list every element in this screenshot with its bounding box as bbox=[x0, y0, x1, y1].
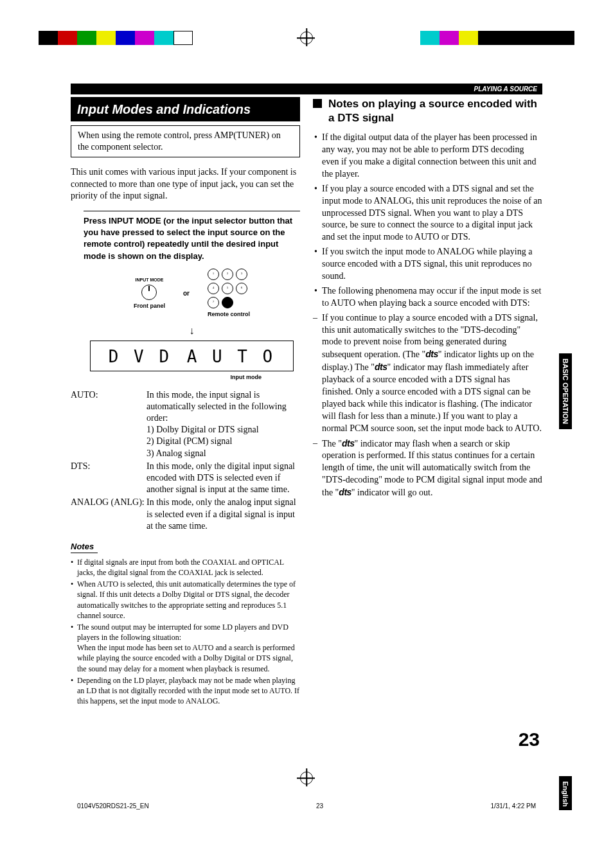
front-panel-label: Front panel bbox=[134, 303, 165, 310]
mode-auto-label: AUTO: bbox=[71, 389, 147, 459]
notes-heading: Notes bbox=[71, 542, 98, 553]
footer-file: 0104V520RDS21-25_EN bbox=[77, 802, 149, 810]
left-column: Input Modes and Indications When using t… bbox=[71, 97, 300, 707]
section-title: Input Modes and Indications bbox=[71, 97, 300, 121]
print-registration-bottom bbox=[0, 772, 613, 784]
input-mode-caption: Input mode bbox=[84, 374, 262, 382]
intro-text: This unit comes with various input jacks… bbox=[71, 166, 300, 202]
mode-definitions: AUTO: In this mode, the input signal is … bbox=[71, 389, 300, 532]
dts-logo-icon: dts bbox=[339, 487, 351, 497]
registration-mark-icon bbox=[300, 772, 313, 784]
right-column: Notes on playing a source encoded with a… bbox=[313, 97, 542, 707]
control-diagram: INPUT MODE Front panel or 123 456 7 Remo… bbox=[84, 269, 300, 319]
remote-control-label: Remote control bbox=[208, 311, 250, 319]
square-bullet-icon bbox=[313, 99, 322, 108]
note-item: If digital signals are input from both t… bbox=[71, 557, 300, 578]
note-item: Depending on the LD player, playback may… bbox=[71, 675, 300, 707]
mode-dts-desc: In this mode, only the digital input sig… bbox=[147, 461, 300, 496]
right-heading: Notes on playing a source encoded with a… bbox=[313, 97, 542, 125]
header-breadcrumb: PLAYING A SOURCE bbox=[71, 84, 542, 94]
note-item: When AUTO is selected, this unit automat… bbox=[71, 579, 300, 621]
notes-list: If digital signals are input from both t… bbox=[71, 557, 300, 707]
list-item: The following phenomena may occur if the… bbox=[313, 285, 542, 310]
dts-logo-icon: dts bbox=[342, 438, 355, 448]
dts-logo-icon: dts bbox=[375, 362, 387, 372]
right-bullet-list: If the digital output data of the player… bbox=[313, 132, 542, 309]
footer-page: 23 bbox=[316, 802, 323, 810]
remote-note-box: When using the remote control, press AMP… bbox=[71, 125, 300, 157]
list-item: The "dts" indicator may flash when a sea… bbox=[313, 438, 542, 499]
mode-auto-desc: In this mode, the input signal is automa… bbox=[147, 390, 287, 423]
instruction-block: Press INPUT MODE (or the input selector … bbox=[84, 211, 300, 382]
mode-analog-desc: In this mode, only the analog input sign… bbox=[147, 497, 300, 532]
mode-dts-label: DTS: bbox=[71, 461, 147, 496]
remote-buttons-icon: 123 456 7 bbox=[208, 269, 250, 308]
footer-date: 1/31/1, 4:22 PM bbox=[490, 802, 536, 810]
arrow-down-icon: ↓ bbox=[84, 324, 300, 338]
or-label: or bbox=[183, 289, 190, 297]
knob-icon bbox=[141, 285, 157, 300]
instruction-text: Press INPUT MODE (or the input selector … bbox=[84, 215, 300, 262]
list-item: If you switch the input mode to ANALOG w… bbox=[313, 246, 542, 283]
note-item: The sound output may be interrupted for … bbox=[71, 622, 300, 674]
display-mode: A U T O bbox=[187, 346, 276, 368]
display-source: D V D bbox=[109, 346, 172, 368]
list-item: If you play a source encoded with a DTS … bbox=[313, 183, 542, 244]
list-item: If the digital output data of the player… bbox=[313, 132, 542, 181]
footer-info: 0104V520RDS21-25_EN 23 1/31/1, 4:22 PM bbox=[0, 802, 613, 810]
mode-analog-label: ANALOG (ANLG): bbox=[71, 497, 147, 532]
knob-label: INPUT MODE bbox=[134, 277, 165, 283]
display-panel: D V D A U T O bbox=[90, 341, 294, 371]
dts-logo-icon: dts bbox=[425, 349, 438, 359]
page-number: 23 bbox=[71, 727, 542, 752]
list-item: If you continue to play a source encoded… bbox=[313, 312, 542, 435]
right-dash-list: If you continue to play a source encoded… bbox=[313, 312, 542, 499]
